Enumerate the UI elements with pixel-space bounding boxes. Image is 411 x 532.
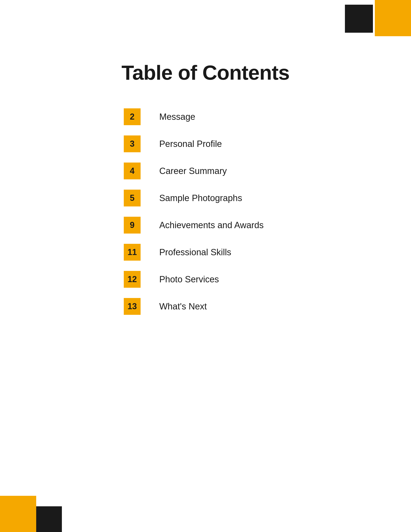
- toc-number: 4: [130, 166, 134, 176]
- toc-number-badge: 13: [124, 298, 141, 315]
- toc-label: Personal Profile: [159, 139, 222, 149]
- toc-number-badge: 12: [124, 271, 141, 288]
- toc-item: 3Personal Profile: [124, 130, 287, 157]
- toc-number: 3: [130, 139, 134, 149]
- toc-item: 5Sample Photographs: [124, 184, 287, 212]
- toc-number-badge: 3: [124, 135, 141, 152]
- toc-item: 11Professional Skills: [124, 239, 287, 266]
- toc-item: 9Achievements and Awards: [124, 212, 287, 239]
- toc-number: 12: [127, 275, 137, 284]
- toc-number: 5: [130, 193, 134, 203]
- main-content: Table of Contents 2Message3Personal Prof…: [0, 0, 411, 320]
- toc-item: 13What's Next: [124, 293, 287, 320]
- toc-label: Professional Skills: [159, 247, 231, 257]
- toc-label: Photo Services: [159, 275, 219, 285]
- black-square-bottom: [36, 506, 62, 532]
- toc-number-badge: 2: [124, 108, 141, 125]
- toc-label: Sample Photographs: [159, 193, 242, 203]
- yellow-square-bottom: [0, 496, 36, 532]
- toc-number-badge: 11: [124, 244, 141, 261]
- toc-number-badge: 9: [124, 217, 141, 234]
- toc-number: 9: [130, 220, 134, 230]
- toc-label: Achievements and Awards: [159, 220, 264, 230]
- toc-number-badge: 5: [124, 190, 141, 207]
- toc-number: 2: [130, 112, 134, 122]
- toc-item: 12Photo Services: [124, 266, 287, 293]
- corner-decoration-bottom-left: [0, 496, 62, 532]
- toc-item: 2Message: [124, 103, 287, 130]
- toc-number: 11: [127, 247, 137, 257]
- toc-number: 13: [127, 302, 137, 311]
- toc-list: 2Message3Personal Profile4Career Summary…: [124, 103, 287, 320]
- toc-label: What's Next: [159, 302, 207, 312]
- toc-item: 4Career Summary: [124, 157, 287, 184]
- page-title: Table of Contents: [121, 61, 290, 85]
- toc-label: Career Summary: [159, 166, 227, 176]
- toc-label: Message: [159, 112, 195, 122]
- toc-number-badge: 4: [124, 162, 141, 179]
